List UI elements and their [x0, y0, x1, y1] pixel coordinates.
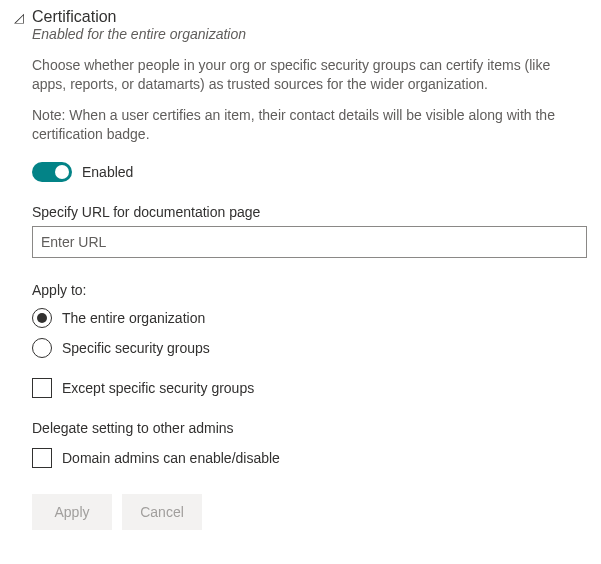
section-subtitle: Enabled for the entire organization [32, 26, 587, 42]
button-row: Apply Cancel [32, 494, 587, 530]
enabled-toggle-row: Enabled [32, 162, 587, 182]
checkbox-icon [32, 378, 52, 398]
except-checkbox-label: Except specific security groups [62, 380, 254, 396]
section-content: Choose whether people in your org or spe… [32, 56, 587, 530]
apply-to-radio-group: The entire organization Specific securit… [32, 308, 587, 358]
section-title: Certification [32, 8, 116, 26]
delegate-checkbox-row[interactable]: Domain admins can enable/disable [32, 448, 587, 468]
except-section: Except specific security groups [32, 378, 587, 398]
toggle-knob-icon [55, 165, 69, 179]
radio-icon [32, 308, 52, 328]
url-input[interactable] [32, 226, 587, 258]
radio-icon [32, 338, 52, 358]
radio-label: The entire organization [62, 310, 205, 326]
checkbox-icon [32, 448, 52, 468]
section-header[interactable]: ◿ Certification [14, 8, 587, 26]
cancel-button[interactable]: Cancel [122, 494, 202, 530]
enabled-toggle[interactable] [32, 162, 72, 182]
radio-specific-groups[interactable]: Specific security groups [32, 338, 587, 358]
apply-to-label: Apply to: [32, 282, 587, 298]
radio-entire-org[interactable]: The entire organization [32, 308, 587, 328]
url-field-label: Specify URL for documentation page [32, 204, 587, 220]
description-note: Note: When a user certifies an item, the… [32, 106, 587, 144]
apply-button[interactable]: Apply [32, 494, 112, 530]
collapse-icon: ◿ [14, 11, 26, 24]
delegate-checkbox-label: Domain admins can enable/disable [62, 450, 280, 466]
except-checkbox-row[interactable]: Except specific security groups [32, 378, 587, 398]
radio-label: Specific security groups [62, 340, 210, 356]
enabled-toggle-label: Enabled [82, 164, 133, 180]
description-main: Choose whether people in your org or spe… [32, 56, 587, 94]
delegate-label: Delegate setting to other admins [32, 420, 587, 436]
